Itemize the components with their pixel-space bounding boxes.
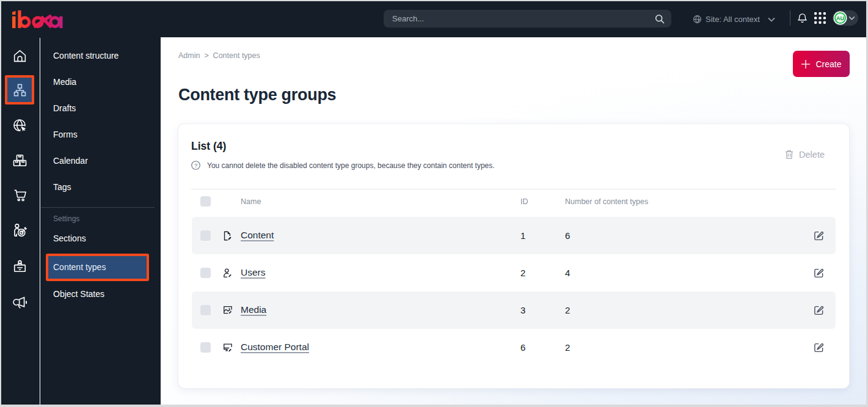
svg-text:?: ? <box>194 163 197 169</box>
